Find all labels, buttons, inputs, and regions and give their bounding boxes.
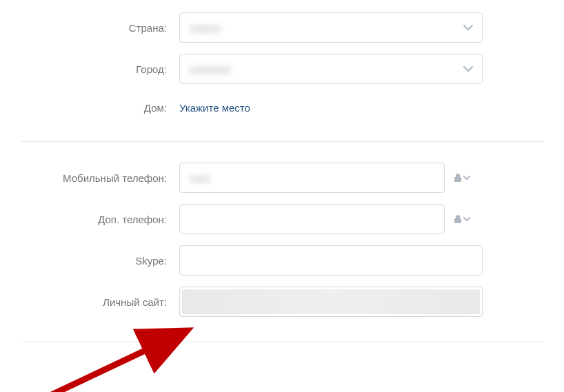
alt-phone-privacy-toggle[interactable] (445, 214, 479, 224)
country-label: Страна: (0, 22, 179, 34)
skype-label: Skype: (0, 255, 179, 267)
lock-icon (454, 214, 462, 224)
city-input-wrapper: xxxxxxxx (179, 54, 483, 84)
city-value: xxxxxxxx (190, 63, 231, 75)
mobile-value: xxxx (190, 172, 210, 184)
chevron-down-icon (463, 216, 470, 222)
city-row: Город: xxxxxxxx (0, 48, 564, 90)
home-input-wrapper: Укажите место (179, 95, 483, 121)
alt-phone-label: Доп. телефон: (0, 214, 179, 225)
skype-input-wrapper (179, 245, 483, 276)
alt-phone-input-wrapper (179, 204, 445, 234)
country-input-wrapper: xxxxxx (179, 12, 483, 43)
website-input-wrapper (179, 287, 483, 317)
home-place-link[interactable]: Укажите место (179, 95, 250, 121)
skype-row: Skype: (0, 240, 564, 281)
section-divider (21, 342, 543, 342)
website-label: Личный сайт: (0, 296, 179, 308)
mobile-privacy-toggle[interactable] (445, 173, 479, 183)
mobile-label: Мобильный телефон: (0, 172, 179, 184)
country-select[interactable]: xxxxxx (179, 12, 483, 43)
mobile-input[interactable]: xxxx (179, 163, 445, 193)
website-value-blurred (182, 289, 480, 314)
country-value: xxxxxx (190, 22, 221, 34)
home-row: Дом: Укажите место (0, 90, 564, 126)
city-select[interactable]: xxxxxxxx (179, 54, 483, 84)
chevron-down-icon (463, 175, 470, 180)
city-label: Город: (0, 63, 179, 75)
alt-phone-input[interactable] (179, 204, 445, 234)
country-row: Страна: xxxxxx (0, 7, 564, 48)
alt-phone-row: Доп. телефон: (0, 198, 564, 240)
website-row: Личный сайт: (0, 281, 564, 322)
profile-edit-form: Страна: xxxxxx Город: xxxxxxxx Дом: Укаж… (0, 0, 564, 342)
lock-icon (454, 173, 462, 183)
home-label: Дом: (0, 102, 179, 114)
skype-input[interactable] (179, 245, 483, 276)
mobile-input-wrapper: xxxx (179, 163, 445, 193)
section-divider (21, 141, 543, 142)
mobile-row: Мобильный телефон: xxxx (0, 157, 564, 198)
website-input[interactable] (179, 287, 483, 317)
